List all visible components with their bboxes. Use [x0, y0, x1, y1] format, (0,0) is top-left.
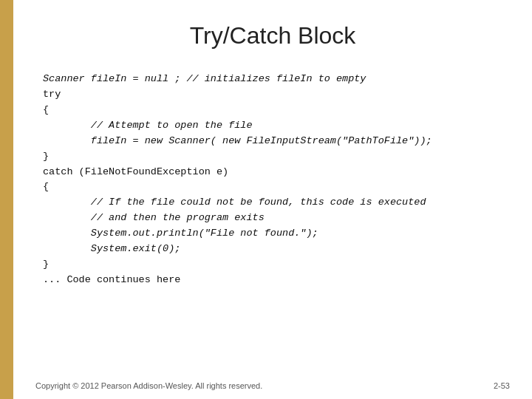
- footer-copyright: Copyright © 2012 Pearson Addison-Wesley.…: [35, 381, 262, 390]
- code-line: try: [43, 87, 510, 103]
- left-accent-border: [0, 0, 13, 399]
- slide-title: Try/Catch Block: [35, 22, 510, 50]
- code-line: // If the file could not be found, this …: [43, 195, 510, 211]
- footer: Copyright © 2012 Pearson Addison-Wesley.…: [35, 381, 510, 390]
- code-line: }: [43, 257, 510, 273]
- code-line: {: [43, 103, 510, 118]
- code-line: System.out.println("File not found.");: [43, 226, 510, 242]
- footer-page: 2-53: [494, 381, 510, 390]
- code-block: Scanner fileIn = null ; // initializes f…: [43, 72, 510, 288]
- code-line: // Attempt to open the file: [43, 118, 510, 134]
- code-line: }: [43, 149, 510, 165]
- code-line: Scanner fileIn = null ; // initializes f…: [43, 72, 510, 87]
- code-line: ... Code continues here: [43, 273, 510, 288]
- code-line: catch (FileNotFoundException e): [43, 165, 510, 180]
- code-line: System.exit(0);: [43, 242, 510, 257]
- code-line: fileIn = new Scanner( new FileInputStrea…: [43, 134, 510, 149]
- code-line: // and then the program exits: [43, 211, 510, 226]
- code-line: {: [43, 180, 510, 195]
- main-content: Try/Catch Block Scanner fileIn = null ; …: [13, 0, 532, 399]
